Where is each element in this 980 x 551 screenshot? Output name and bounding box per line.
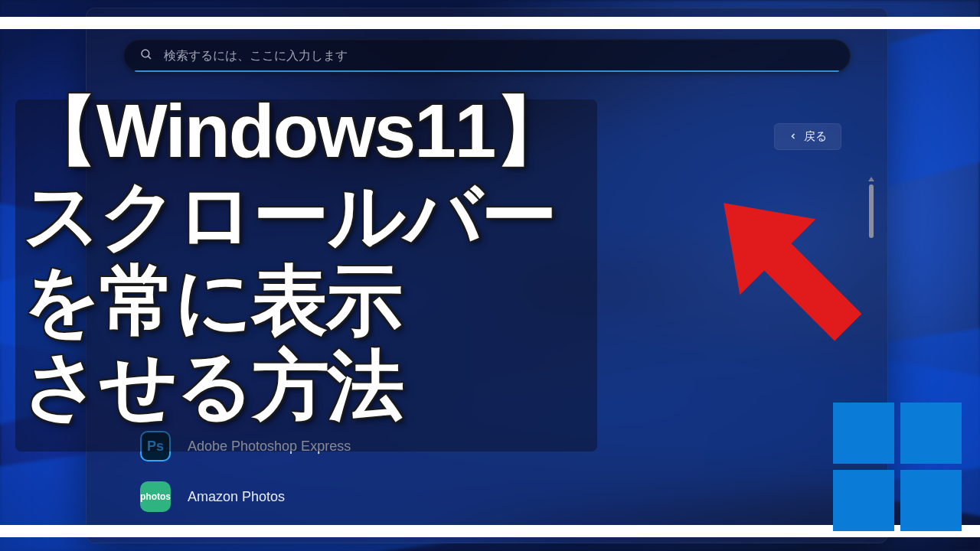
back-button[interactable]: 戻る <box>774 123 841 150</box>
search-placeholder: 検索するには、ここに入力します <box>164 48 348 64</box>
title-line-1: 【Windows11】 <box>23 92 568 171</box>
svg-marker-2 <box>689 168 886 365</box>
annotation-arrow-icon <box>689 168 888 370</box>
chevron-left-icon <box>789 130 798 143</box>
list-item[interactable]: photos Amazon Photos <box>140 481 351 512</box>
search-box[interactable]: 検索するには、ここに入力します <box>123 39 851 73</box>
title-line-2: スクロールバー <box>23 175 568 256</box>
back-label: 戻る <box>804 129 827 144</box>
windows-logo-icon <box>833 403 962 531</box>
title-line-4: させる方法 <box>23 345 568 425</box>
app-label: Amazon Photos <box>188 489 285 505</box>
svg-point-0 <box>142 50 149 57</box>
amazon-photos-icon: photos <box>140 481 171 512</box>
svg-line-1 <box>148 56 151 59</box>
decorative-bar-top <box>0 17 980 29</box>
search-icon <box>139 47 153 64</box>
title-line-3: を常に表示 <box>23 260 568 341</box>
title-overlay: 【Windows11】 スクロールバー を常に表示 させる方法 <box>23 92 568 425</box>
